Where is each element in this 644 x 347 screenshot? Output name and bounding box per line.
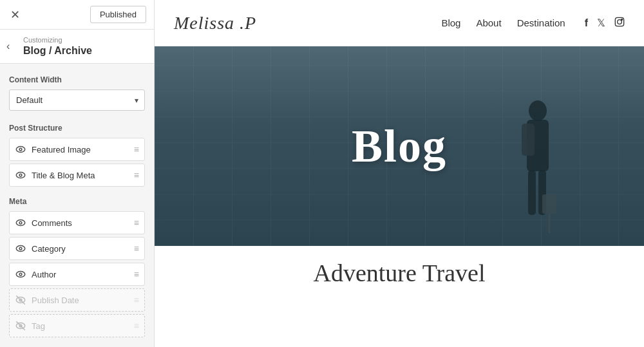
svg-rect-22 [528, 170, 536, 215]
post-structure-list: Featured Image ≡ Title & Blog Meta ≡ [9, 138, 145, 187]
svg-point-0 [16, 147, 25, 153]
customizing-label: Customizing [23, 36, 145, 44]
item-label: Publish Date [32, 295, 129, 305]
eye-icon [15, 243, 26, 254]
drag-handle-icon[interactable]: ≡ [134, 269, 139, 279]
social-icons: f 𝕏 [585, 17, 625, 30]
top-bar: ✕ Published [0, 0, 154, 30]
hero-title: Blog [352, 120, 447, 173]
list-item[interactable]: Author ≡ [9, 263, 145, 286]
breadcrumb-bar: ‹ Customizing Blog / Archive [0, 30, 154, 64]
list-item[interactable]: Category ≡ [9, 237, 145, 260]
svg-point-1 [19, 148, 22, 151]
list-item[interactable]: Title & Blog Meta ≡ [9, 164, 145, 187]
site-header: Melissa .P Blog About Destination f 𝕏 [155, 0, 644, 46]
meta-list: Comments ≡ Category ≡ Author ≡ [9, 211, 145, 337]
svg-point-4 [16, 220, 25, 226]
item-label: Featured Image [32, 145, 129, 155]
item-label: Title & Blog Meta [32, 171, 129, 180]
instagram-icon[interactable] [614, 17, 625, 30]
svg-point-7 [19, 247, 22, 250]
list-item[interactable]: Comments ≡ [9, 211, 145, 234]
svg-point-6 [16, 246, 25, 252]
drag-handle-icon[interactable]: ≡ [134, 170, 139, 180]
drag-handle-icon[interactable]: ≡ [134, 243, 139, 254]
list-item[interactable]: Featured Image ≡ [9, 138, 145, 161]
list-item[interactable]: Tag ≡ [9, 314, 145, 337]
site-nav: Blog About Destination [441, 17, 565, 28]
drag-handle-icon[interactable]: ≡ [134, 218, 139, 228]
item-label: Category [32, 244, 129, 254]
item-label: Author [32, 270, 129, 279]
list-item[interactable]: Publish Date ≡ [9, 288, 145, 312]
svg-point-18 [621, 19, 623, 20]
twitter-icon[interactable]: 𝕏 [597, 17, 605, 29]
meta-label: Meta [9, 197, 145, 206]
eye-hidden-icon [15, 294, 26, 306]
preview-area: Melissa .P Blog About Destination f 𝕏 [155, 0, 644, 347]
eye-icon [15, 268, 26, 280]
eye-icon [15, 217, 26, 229]
svg-point-8 [16, 272, 25, 277]
eye-hidden-icon [15, 320, 26, 332]
svg-point-17 [618, 19, 622, 24]
nav-destination[interactable]: Destination [517, 17, 565, 28]
content-width-label: Content Width [9, 75, 145, 84]
site-logo: Melissa .P [174, 13, 428, 33]
hero-section: Blog [155, 46, 644, 246]
svg-point-9 [19, 273, 22, 276]
eye-icon [15, 144, 26, 155]
content-width-select[interactable]: Default Wide Full Width [9, 89, 145, 111]
drag-handle-icon[interactable]: ≡ [134, 321, 139, 331]
breadcrumb-title: Blog / Archive [23, 45, 145, 57]
nav-about[interactable]: About [476, 17, 501, 28]
customizer-panel: ✕ Published ‹ Customizing Blog / Archive… [0, 0, 155, 347]
svg-rect-24 [542, 194, 556, 214]
drag-handle-icon[interactable]: ≡ [134, 144, 139, 155]
published-button[interactable]: Published [90, 6, 146, 23]
svg-point-5 [19, 221, 22, 224]
svg-point-2 [16, 173, 25, 178]
item-label: Tag [32, 321, 129, 331]
adventure-title: Adventure Travel [313, 259, 485, 287]
svg-rect-21 [522, 124, 535, 156]
facebook-icon[interactable]: f [585, 17, 588, 29]
panel-body: Content Width Default Wide Full Width ▾ … [0, 64, 154, 347]
person-silhouette [509, 91, 567, 246]
eye-icon [15, 169, 26, 181]
content-section: Adventure Travel [155, 246, 644, 347]
drag-handle-icon[interactable]: ≡ [134, 295, 139, 305]
svg-point-3 [19, 174, 22, 176]
back-button[interactable]: ‹ [6, 41, 10, 52]
close-button[interactable]: ✕ [8, 6, 23, 23]
post-structure-label: Post Structure [9, 124, 145, 133]
content-width-select-wrapper: Default Wide Full Width ▾ [9, 89, 145, 111]
item-label: Comments [32, 218, 129, 228]
svg-point-19 [529, 100, 547, 121]
nav-blog[interactable]: Blog [441, 17, 460, 28]
